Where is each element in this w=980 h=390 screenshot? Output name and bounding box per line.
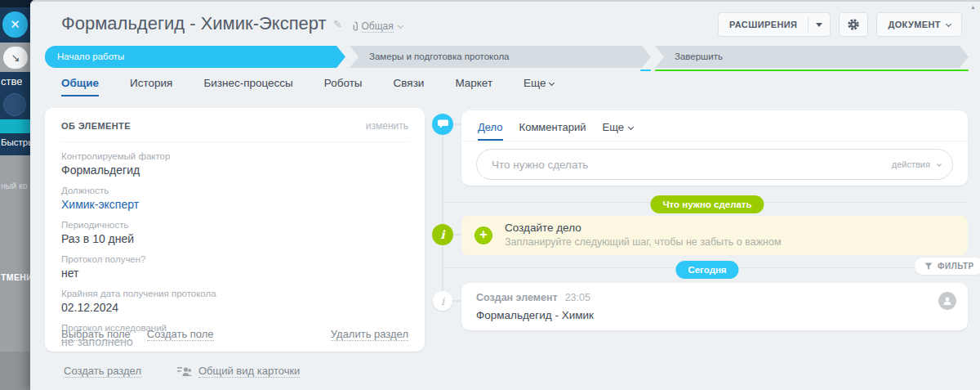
card-footer-links: Создать раздел Общий вид карточки <box>64 365 300 378</box>
person-icon <box>942 296 952 306</box>
stage-list: Начало работыЗамеры и подготовка протоко… <box>45 46 969 68</box>
about-footer-links: Выбрать поле Создать поле Удалить раздел <box>61 328 408 341</box>
backdrop-teal-band <box>0 119 33 133</box>
field-label: Крайняя дата получения протокола <box>61 289 408 298</box>
field-value: Формальдегид <box>61 164 408 177</box>
stage-underline-green <box>655 69 969 71</box>
card-view-link[interactable]: Общий вид карточки <box>198 365 300 378</box>
field-value: нет <box>61 267 408 280</box>
spacer <box>214 328 331 341</box>
field: Контролируемый факторФормальдегид <box>61 151 408 177</box>
chevron-down-icon <box>937 162 942 167</box>
composer-tabs: ДелоКомментарийЕще <box>461 110 968 141</box>
today-pill[interactable]: Сегодня <box>675 261 738 279</box>
backdrop-footer-band <box>0 352 33 390</box>
field-value: 02.12.2024 <box>61 301 408 314</box>
actions-label: действия <box>892 159 930 169</box>
stage-next[interactable]: Замеры и подготовка протокола <box>350 46 651 68</box>
todo-input-wrap: действия <box>476 149 953 180</box>
field: ДолжностьХимик-эксперт <box>61 186 408 211</box>
entry-title: Создан элемент <box>476 292 558 303</box>
actions-dropdown[interactable]: действия <box>892 159 941 169</box>
stage-current[interactable]: Начало работы <box>45 46 345 68</box>
create-todo-banner[interactable]: + Создайте дело Запланируйте следующий ш… <box>461 216 968 255</box>
timeline-connector <box>452 234 461 235</box>
chat-bubble-icon <box>432 114 453 135</box>
tab-Общие[interactable]: Общие <box>61 77 99 96</box>
entry-text: Формальдегид - Химик <box>476 309 594 321</box>
field-label: Контролируемый фактор <box>61 151 408 161</box>
field-label: Периодичность <box>61 220 408 230</box>
stage-final[interactable]: Завершить <box>655 46 969 68</box>
page-title: Формальдегид - Химик-Эксперт <box>61 13 327 34</box>
plus-icon[interactable]: + <box>474 226 492 244</box>
todo-input[interactable] <box>490 158 892 172</box>
entry-header: Создан элемент 23:05 <box>476 292 590 303</box>
extensions-dropdown[interactable] <box>808 23 830 27</box>
entry-time: 23:05 <box>565 292 590 303</box>
info-icon-green: i <box>432 224 453 245</box>
chevron-down-icon <box>398 22 403 28</box>
create-section-link[interactable]: Создать раздел <box>64 365 141 378</box>
backdrop-text-fragment: ный ко <box>1 181 28 191</box>
field-value[interactable]: Химик-эксперт <box>61 198 408 211</box>
extensions-button[interactable]: РАСШИРЕНИЯ <box>718 12 831 37</box>
timeline-entry: Создан элемент 23:05 Формальдегид - Хими… <box>461 283 968 330</box>
tab-Маркет[interactable]: Маркет <box>455 77 492 95</box>
info-icon: i <box>433 291 452 311</box>
filter-label: ФИЛЬТР <box>938 262 974 271</box>
about-title: ОБ ЭЛЕМЕНТЕ <box>61 121 131 131</box>
timeline-composer: ДелоКомментарийЕще действия <box>461 110 968 186</box>
composer-tab-Еще[interactable]: Еще <box>602 121 632 141</box>
delete-section-link[interactable]: Удалить раздел <box>331 328 408 341</box>
gear-icon <box>847 18 860 31</box>
chevron-down-icon <box>628 124 634 130</box>
document-label: ДОКУМЕНТ <box>888 20 941 29</box>
stage-bar: Начало работыЗамеры и подготовка протоко… <box>45 46 969 70</box>
avatar[interactable] <box>938 292 956 310</box>
field-value: Раз в 10 дней <box>61 232 408 245</box>
about-section: ОБ ЭЛЕМЕНТЕ изменить Контролируемый факт… <box>45 108 425 352</box>
people-icon <box>177 366 192 377</box>
paperclip-icon <box>350 21 359 32</box>
scroll-up-icon[interactable]: ▲ <box>970 4 976 10</box>
timeline-connector <box>452 123 461 125</box>
backdrop-text-fragment: стве <box>1 75 22 87</box>
tab-Еще[interactable]: Еще <box>523 77 553 95</box>
create-field-link[interactable]: Создать поле <box>147 328 214 341</box>
filter-button[interactable]: ФИЛЬТР <box>915 258 980 275</box>
crm-item-panel: ▲ Формальдегид - Химик-Эксперт ✎ Общая Р… <box>30 0 980 390</box>
banner-title: Создайте дело <box>505 222 581 234</box>
todo-pill-button[interactable]: Что нужно сделать <box>650 195 764 213</box>
field: Крайняя дата получения протокола02.12.20… <box>61 289 408 314</box>
tab-Бизнес-процессы[interactable]: Бизнес-процессы <box>203 77 292 95</box>
slider-collapse-button[interactable]: ↘ <box>3 47 28 69</box>
pipeline-selector[interactable]: Общая <box>350 20 403 33</box>
extensions-label: РАСШИРЕНИЯ <box>719 20 808 29</box>
backdrop-avatar <box>3 93 26 116</box>
settings-button[interactable] <box>839 12 868 37</box>
tab-История[interactable]: История <box>130 77 172 95</box>
tab-Роботы[interactable]: Роботы <box>324 77 363 95</box>
chevron-down-icon <box>549 80 555 86</box>
composer-tab-Дело[interactable]: Дело <box>478 121 503 141</box>
main-tabs: ОбщиеИсторияБизнес-процессыРоботыСвязиМа… <box>61 77 554 96</box>
triangle-down-icon <box>816 23 822 27</box>
edit-title-icon[interactable]: ✎ <box>333 18 342 30</box>
edit-link[interactable]: изменить <box>366 120 408 132</box>
page-backdrop: стве Быстры ный ко ТМЕНИТ ✕ ↘ <box>0 0 33 390</box>
timeline-connector <box>452 300 461 302</box>
field: Протокол получен?нет <box>61 254 408 280</box>
field-label: Должность <box>61 186 408 195</box>
document-button[interactable]: ДОКУМЕНТ <box>876 12 962 37</box>
field-label: Протокол получен? <box>61 254 408 264</box>
header-buttons: РАСШИРЕНИЯ ДОКУМЕНТ <box>718 12 962 37</box>
slider-close-button[interactable]: ✕ <box>2 11 28 38</box>
spacer <box>131 328 147 341</box>
field: ПериодичностьРаз в 10 дней <box>61 220 408 245</box>
select-field-link[interactable]: Выбрать поле <box>61 328 131 341</box>
about-header: ОБ ЭЛЕМЕНТЕ изменить <box>61 120 408 142</box>
banner-subtitle: Запланируйте следующий шаг, чтобы не заб… <box>505 236 782 248</box>
composer-tab-Комментарий[interactable]: Комментарий <box>519 121 586 141</box>
tab-Связи[interactable]: Связи <box>394 77 425 95</box>
